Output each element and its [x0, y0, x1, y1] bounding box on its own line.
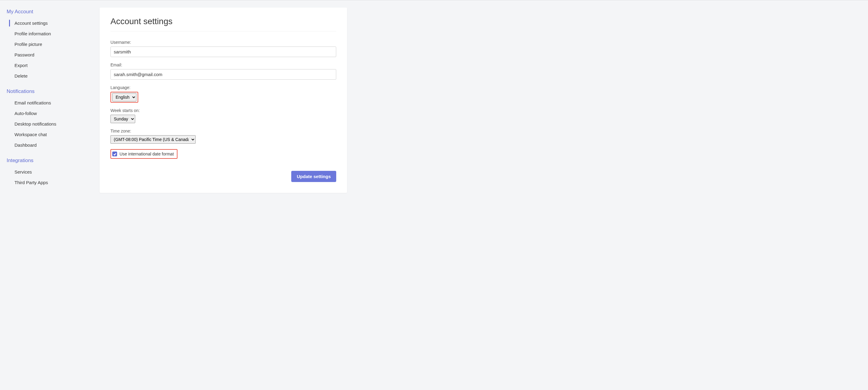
- username-label: Username:: [111, 40, 336, 45]
- language-label: Language:: [111, 85, 336, 90]
- divider: [111, 31, 336, 31]
- sidebar-item-profile-picture[interactable]: Profile picture: [7, 39, 100, 50]
- week-select[interactable]: Sunday: [111, 115, 135, 123]
- sidebar: My Account Account settings Profile info…: [0, 0, 100, 390]
- page-title: Account settings: [111, 17, 336, 26]
- sidebar-item-auto-follow[interactable]: Auto-follow: [7, 108, 100, 119]
- sidebar-item-delete[interactable]: Delete: [7, 71, 100, 81]
- sidebar-item-services[interactable]: Services: [7, 167, 100, 177]
- highlight-intl-date: Use international date format: [111, 149, 178, 159]
- nav-list-my-account: Account settings Profile information Pro…: [7, 18, 100, 81]
- section-title-integrations: Integrations: [7, 157, 100, 163]
- form-group-week: Week starts on: Sunday: [111, 108, 336, 123]
- sidebar-item-workspace-chat[interactable]: Workspace chat: [7, 129, 100, 140]
- sidebar-item-dashboard[interactable]: Dashboard: [7, 140, 100, 150]
- main-content: Account settings Username: Email: Langua…: [100, 0, 868, 390]
- sidebar-item-email-notifications[interactable]: Email notifications: [7, 97, 100, 108]
- update-settings-button[interactable]: Update settings: [291, 171, 336, 182]
- form-group-username: Username:: [111, 40, 336, 57]
- intl-date-label: Use international date format: [120, 152, 174, 156]
- form-group-timezone: Time zone: (GMT-08:00) Pacific Time (US …: [111, 128, 336, 144]
- highlight-language: English: [111, 92, 138, 102]
- sidebar-item-profile-information[interactable]: Profile information: [7, 28, 100, 39]
- username-input[interactable]: [111, 47, 336, 57]
- check-icon: [113, 152, 117, 156]
- sidebar-item-password[interactable]: Password: [7, 50, 100, 60]
- sidebar-item-account-settings[interactable]: Account settings: [7, 18, 100, 28]
- nav-list-integrations: Services Third Party Apps: [7, 167, 100, 188]
- week-label: Week starts on:: [111, 108, 336, 113]
- form-actions: Update settings: [111, 171, 336, 182]
- section-title-my-account: My Account: [7, 9, 100, 15]
- sidebar-item-third-party-apps[interactable]: Third Party Apps: [7, 177, 100, 188]
- section-title-notifications: Notifications: [7, 88, 100, 94]
- email-input[interactable]: [111, 69, 336, 80]
- form-group-email: Email:: [111, 62, 336, 80]
- sidebar-item-export[interactable]: Export: [7, 60, 100, 71]
- form-group-intl-date: Use international date format: [111, 149, 336, 159]
- intl-date-checkbox[interactable]: [112, 152, 117, 156]
- timezone-label: Time zone:: [111, 128, 336, 133]
- email-label: Email:: [111, 62, 336, 67]
- nav-list-notifications: Email notifications Auto-follow Desktop …: [7, 97, 100, 150]
- form-group-language: Language: English: [111, 85, 336, 102]
- timezone-select[interactable]: (GMT-08:00) Pacific Time (US & Canada): [111, 135, 195, 144]
- language-select[interactable]: English: [112, 93, 136, 101]
- sidebar-item-desktop-notifications[interactable]: Desktop notifications: [7, 119, 100, 129]
- settings-card: Account settings Username: Email: Langua…: [100, 7, 347, 193]
